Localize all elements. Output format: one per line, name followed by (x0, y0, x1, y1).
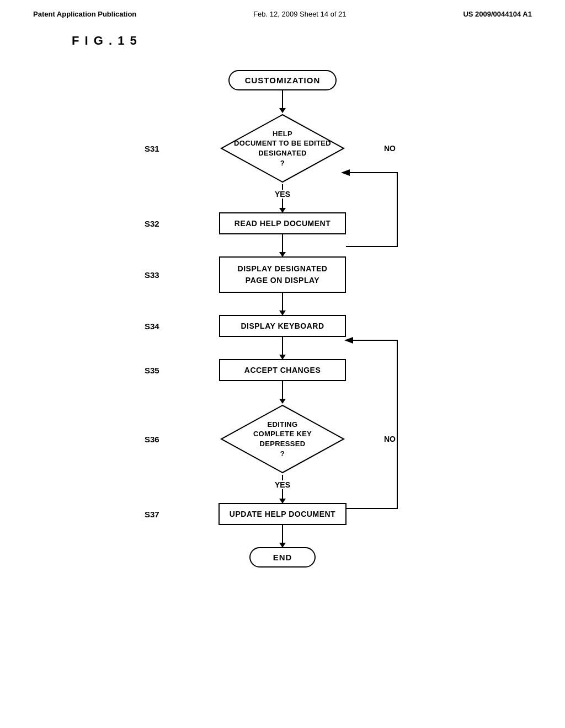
s35-label: S35 (145, 366, 159, 375)
s37-row: S37 UPDATE HELP DOCUMENT (117, 503, 448, 525)
start-node: CUSTOMIZATION (228, 70, 337, 90)
arrow-5 (282, 337, 283, 359)
s36-yes-area: YES (275, 475, 290, 489)
s32-label: S32 (145, 219, 159, 228)
s31-text: HELPDOCUMENT TO BE EDITEDDESIGNATED? (234, 129, 331, 168)
s36-text: EDITINGCOMPLETE KEYDEPRESSED? (253, 420, 312, 458)
s32-row: S32 READ HELP DOCUMENT (117, 212, 448, 234)
arrow-area-3 (282, 234, 283, 256)
flowchart: CUSTOMIZATION S31 HELPDOCUMENT TO BE EDI… (0, 65, 565, 601)
s31-row: S31 HELPDOCUMENT TO BE EDITEDDESIGNATED?… (117, 113, 448, 184)
s36-no-label: NO (384, 435, 396, 443)
s31-yes-area: YES (275, 184, 290, 199)
s35-box: ACCEPT CHANGES (219, 359, 346, 381)
s31-yes-label: YES (275, 190, 290, 199)
customization-label: CUSTOMIZATION (228, 70, 337, 90)
figure-title: F I G . 1 5 (0, 24, 565, 65)
header-left: Patent Application Publication (33, 10, 136, 18)
end-label: END (249, 547, 316, 568)
s36-yes-line (282, 475, 283, 480)
arrow-3 (282, 234, 283, 256)
arrow-2 (282, 199, 283, 212)
s33-row: S33 DISPLAY DESIGNATEDPAGE ON DISPLAY (117, 256, 448, 293)
s35-row: S35 ACCEPT CHANGES (117, 359, 448, 381)
arrow-4 (282, 293, 283, 315)
s37-label: S37 (145, 510, 159, 519)
s37-box: UPDATE HELP DOCUMENT (218, 503, 347, 525)
s31-yes-line (282, 184, 283, 190)
arrow-1 (282, 90, 283, 113)
s34-label: S34 (145, 322, 159, 331)
s31-diamond: HELPDOCUMENT TO BE EDITEDDESIGNATED? (219, 113, 346, 184)
arrow-8 (282, 525, 283, 547)
s31-label: S31 (145, 144, 159, 153)
s34-box: DISPLAY KEYBOARD (219, 315, 346, 337)
end-node: END (249, 547, 316, 568)
s32-box: READ HELP DOCUMENT (219, 212, 346, 234)
arrow-7 (282, 489, 283, 503)
s36-row: S36 EDITINGCOMPLETE KEYDEPRESSED? NO (117, 403, 448, 475)
s34-row: S34 DISPLAY KEYBOARD (117, 315, 448, 337)
s31-no-label: NO (384, 144, 396, 153)
header-right: US 2009/0044104 A1 (463, 10, 532, 18)
header-center: Feb. 12, 2009 Sheet 14 of 21 (253, 10, 346, 18)
arrow-6 (282, 381, 283, 403)
s33-label: S33 (145, 270, 159, 280)
s36-yes-label: YES (275, 480, 290, 489)
s36-diamond: EDITINGCOMPLETE KEYDEPRESSED? (219, 403, 346, 475)
s33-box: DISPLAY DESIGNATEDPAGE ON DISPLAY (219, 256, 346, 293)
page-header: Patent Application Publication Feb. 12, … (0, 0, 565, 24)
s36-label: S36 (145, 435, 159, 444)
